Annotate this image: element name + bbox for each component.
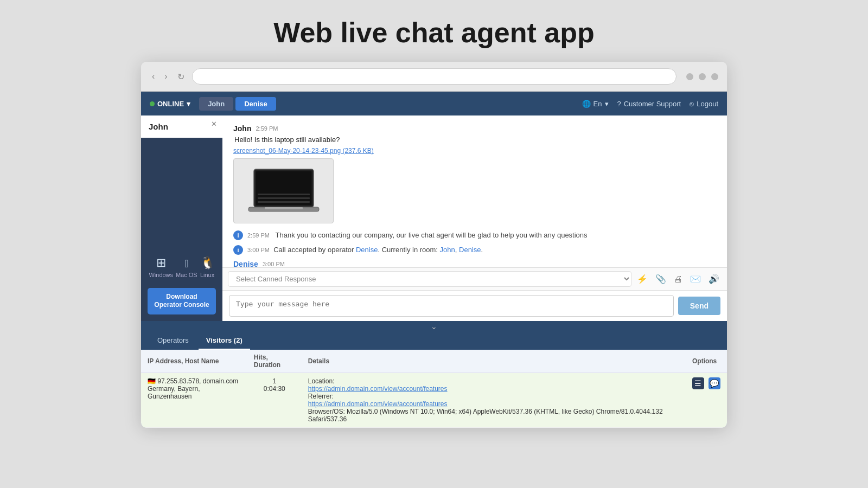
online-label: ONLINE	[157, 100, 184, 108]
msg-time-denise: 3:00 PM	[263, 261, 285, 267]
customer-support-link[interactable]: ? Customer Support	[617, 100, 681, 108]
linux-icon-item: 🐧 Linux	[200, 256, 215, 278]
linux-label: Linux	[200, 272, 214, 278]
col-ip: IP Address, Host Name	[141, 350, 247, 373]
svg-rect-6	[258, 197, 310, 199]
laptop-svg	[246, 164, 322, 218]
send-button[interactable]: Send	[678, 297, 720, 315]
visitors-table: IP Address, Host Name Hits, Duration Det…	[141, 350, 727, 428]
windows-icon: ⊞	[156, 256, 166, 270]
flag-icon: 🇩🇪	[148, 377, 156, 385]
visitor-options-cell: ☰ 💬	[686, 373, 727, 428]
sound-icon-button[interactable]: 🔊	[706, 273, 722, 285]
online-status[interactable]: ONLINE ▾	[150, 100, 190, 108]
sys-msg-text-2: 3:00 PM Call accepted by operator Denise…	[247, 245, 483, 255]
tab-denise[interactable]: Denise	[235, 97, 276, 111]
table-header: IP Address, Host Name Hits, Duration Det…	[141, 350, 727, 373]
chat-messages: John 2:59 PM Hello! Is this laptop still…	[222, 115, 727, 267]
forward-button[interactable]: ›	[162, 70, 169, 82]
canned-response-bar: Select Canned Response ⚡ 📎 🖨 ✉️ 🔊	[222, 267, 727, 290]
browser-chrome: ‹ › ↻	[141, 62, 727, 92]
contact-name: John	[149, 122, 168, 131]
col-hits: Hits, Duration	[247, 350, 302, 373]
windows-label: Windows	[149, 272, 173, 278]
bottom-tabs: Operators Visitors (2)	[141, 332, 727, 350]
svg-rect-7	[258, 201, 310, 203]
col-details: Details	[302, 350, 686, 373]
browser-dot-2	[699, 73, 706, 80]
linux-icon: 🐧	[200, 256, 215, 270]
logout-label: Logout	[697, 100, 718, 108]
info-icon-1: i	[233, 230, 243, 240]
attach-icon-button[interactable]: 📎	[653, 273, 668, 285]
msg-header-denise: Denise 3:00 PM	[233, 260, 716, 268]
email-icon-button[interactable]: ✉️	[688, 273, 703, 285]
attachment-link[interactable]: screenshot_06-May-20-14-23-45.png (237.6…	[233, 147, 374, 155]
language-label: En	[593, 100, 602, 108]
location-label: Location:	[308, 377, 335, 385]
macos-label: Mac OS	[176, 272, 197, 278]
help-icon: ?	[617, 100, 621, 108]
refresh-button[interactable]: ↻	[175, 70, 187, 83]
tab-visitors[interactable]: Visitors (2)	[199, 332, 250, 350]
back-button[interactable]: ‹	[150, 70, 157, 82]
logout-icon: ⎋	[690, 100, 694, 108]
lang-chevron-icon: ▾	[605, 100, 609, 108]
page-title: Web live chat agent app	[273, 0, 594, 62]
referrer-label: Referrer:	[308, 393, 334, 400]
bottom-panel: Operators Visitors (2) IP Address, Host …	[141, 332, 727, 428]
visitor-details-cell: Location: https://admin.domain.com/view/…	[302, 373, 686, 428]
msg-author-john: John	[233, 124, 251, 133]
laptop-image-preview	[233, 158, 334, 223]
denise-link-1[interactable]: Denise	[356, 246, 378, 254]
john-link[interactable]: John	[440, 246, 455, 254]
close-contact-button[interactable]: ✕	[211, 120, 217, 128]
detail-link-1[interactable]: https://admin.domain.com/view/account/fe…	[308, 385, 679, 393]
system-msg-1: i 2:59 PM Thank you to contacting our co…	[233, 230, 716, 241]
message-john: John 2:59 PM Hello! Is this laptop still…	[233, 124, 716, 223]
detail-link-2[interactable]: https://admin.domain.com/view/account/fe…	[308, 400, 679, 408]
browser-window: ‹ › ↻ ONLINE ▾ John Denise 🌐 En ▾	[141, 62, 727, 428]
sys-time-1: 2:59 PM	[247, 232, 270, 239]
col-options: Options	[686, 350, 727, 373]
info-icon-2: i	[233, 245, 243, 255]
browser-label: Browser/OS:	[308, 408, 345, 415]
tab-john[interactable]: John	[199, 97, 233, 111]
browser-dot-1	[686, 73, 693, 80]
chat-area: John 2:59 PM Hello! Is this laptop still…	[222, 115, 727, 321]
browser-dot-3	[711, 73, 718, 80]
address-bar[interactable]	[192, 68, 676, 85]
sidebar-bottom: ⊞ Windows  Mac OS 🐧 Linux Download Oper…	[141, 138, 222, 321]
table-row: 🇩🇪 97.255.83.578, domain.com Germany, Ba…	[141, 373, 727, 428]
svg-rect-4	[265, 207, 303, 209]
macos-icon-item:  Mac OS	[176, 258, 197, 278]
online-dot	[150, 101, 155, 106]
message-input[interactable]	[229, 295, 674, 317]
lightning-icon-button[interactable]: ⚡	[635, 273, 650, 285]
system-msg-2: i 3:00 PM Call accepted by operator Deni…	[233, 245, 716, 255]
svg-rect-2	[256, 171, 311, 205]
visitor-location: Germany, Bayern, Gunzenhausen	[148, 385, 200, 400]
sys-msg-text-1: 2:59 PM Thank you to contacting our comp…	[247, 230, 588, 241]
drag-handle[interactable]: ⌄	[141, 321, 727, 332]
denise-link-2[interactable]: Denise	[459, 246, 481, 254]
visitor-ip-cell: 🇩🇪 97.255.83.578, domain.com Germany, Ba…	[141, 373, 247, 428]
os-icons: ⊞ Windows  Mac OS 🐧 Linux	[148, 256, 216, 281]
sidebar-contact: John ✕	[141, 115, 222, 138]
apple-icon: 	[184, 258, 188, 270]
visitor-hits: 1	[272, 377, 276, 385]
app-container: ONLINE ▾ John Denise 🌐 En ▾ ? Customer S…	[141, 92, 727, 428]
logout-button[interactable]: ⎋ Logout	[690, 100, 718, 108]
msg-author-denise: Denise	[233, 260, 258, 268]
chat-icon-button[interactable]: 💬	[709, 377, 720, 389]
options-icons: ☰ 💬	[692, 377, 720, 389]
tab-operators[interactable]: Operators	[150, 332, 196, 350]
canned-response-select[interactable]: Select Canned Response	[228, 271, 631, 287]
message-denise: Denise 3:00 PM Hello, John! Give me a se…	[233, 260, 716, 268]
print-icon-button[interactable]: 🖨	[672, 273, 685, 285]
top-nav: ONLINE ▾ John Denise 🌐 En ▾ ? Customer S…	[141, 92, 727, 115]
download-operator-console-button[interactable]: Download Operator Console	[148, 288, 216, 314]
language-selector[interactable]: 🌐 En ▾	[582, 100, 609, 108]
msg-text-john: Hello! Is this laptop still available?	[233, 134, 716, 145]
list-icon-button[interactable]: ☰	[692, 377, 704, 389]
